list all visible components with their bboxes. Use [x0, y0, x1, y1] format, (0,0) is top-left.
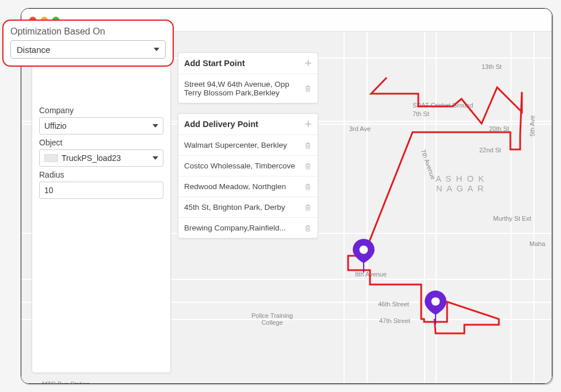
chevron-down-icon	[152, 156, 158, 160]
address-text: Brewing Company,Rainfield...	[184, 224, 304, 232]
radius-value: 10	[44, 186, 54, 195]
optimization-select[interactable]: Distance	[10, 40, 166, 59]
map-marker-icon[interactable]	[423, 290, 448, 325]
svg-point-2	[432, 297, 440, 306]
object-value: TruckPS_load23	[62, 153, 121, 163]
radius-input[interactable]: 10	[39, 182, 163, 199]
plus-icon[interactable]: +	[304, 120, 312, 129]
trash-icon[interactable]	[304, 141, 312, 149]
list-item: Redwood Meadow, Northglen	[178, 176, 318, 197]
address-text: 45th St, Brighton Park, Derby	[184, 203, 304, 212]
list-item: Street 94,W 64th Avenue, Opp Terry Bloss…	[178, 74, 318, 103]
address-text: Costco Wholessale, Timbercove	[184, 162, 304, 170]
settings-sidebar: Company Uffizio Object TruckPS_load23 Ra…	[32, 41, 171, 373]
start-point-panel: Add Start Point + Street 94,W 64th Avenu…	[178, 52, 318, 103]
optimization-value: Distance	[17, 45, 50, 55]
map-marker-icon[interactable]	[352, 239, 376, 273]
list-item: Brewing Company,Rainfield...	[178, 218, 318, 238]
list-item: Walmart Supercenter, Berkley	[178, 135, 318, 156]
panel-title: Add Delivery Point	[184, 120, 258, 129]
app-canvas: 13th St 3rd Ave 7th St 20th St 22nd St 5…	[21, 32, 552, 384]
trash-icon[interactable]	[304, 84, 312, 93]
svg-point-0	[360, 245, 368, 254]
list-item: 45th St, Brighton Park, Derby	[178, 197, 318, 218]
delivery-point-panel: Add Delivery Point + Walmart Supercenter…	[178, 113, 318, 239]
plus-icon[interactable]: +	[304, 59, 312, 68]
trash-icon[interactable]	[304, 183, 312, 191]
color-swatch-icon	[44, 154, 58, 162]
radius-label: Radius	[39, 170, 163, 179]
panel-title: Add Start Point	[184, 59, 245, 68]
company-label: Company	[39, 106, 163, 115]
trash-icon[interactable]	[304, 203, 312, 212]
address-text: Redwood Meadow, Northglen	[184, 182, 304, 191]
trash-icon[interactable]	[304, 162, 312, 170]
company-value: Uffizio	[44, 121, 67, 130]
chevron-down-icon	[152, 124, 158, 128]
chevron-down-icon	[154, 48, 159, 51]
object-label: Object	[39, 138, 163, 147]
company-select[interactable]: Uffizio	[39, 117, 163, 134]
address-text: Walmart Supercenter, Berkley	[184, 141, 304, 149]
list-item: Costco Wholessale, Timbercove	[178, 156, 318, 176]
address-text: Street 94,W 64th Avenue, Opp Terry Bloss…	[184, 80, 304, 97]
optimization-label: Optimization Based On	[10, 26, 166, 37]
trash-icon[interactable]	[304, 224, 312, 232]
optimization-callout: Optimization Based On Distance	[2, 20, 174, 67]
object-select[interactable]: TruckPS_load23	[39, 149, 163, 167]
